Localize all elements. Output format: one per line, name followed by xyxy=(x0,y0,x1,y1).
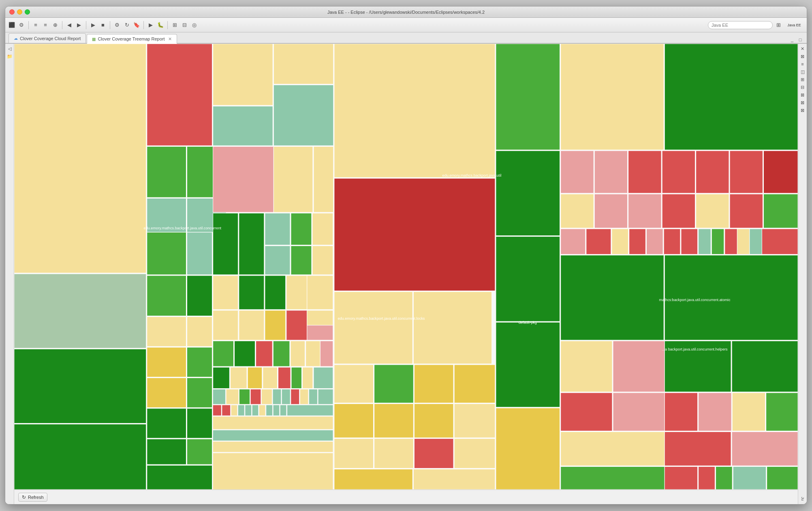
svg-rect-97 xyxy=(314,367,333,388)
svg-rect-163 xyxy=(767,466,798,490)
tab-cloud-report[interactable]: ☁ Clover Coverage Cloud Report xyxy=(9,33,86,43)
toolbar-icon-7[interactable]: ▶ xyxy=(75,21,83,29)
svg-rect-105 xyxy=(291,389,299,404)
svg-rect-110 xyxy=(222,405,230,416)
toolbar-view-toggle[interactable]: ⊞ xyxy=(774,21,782,29)
svg-rect-115 xyxy=(259,405,265,416)
svg-rect-52 xyxy=(291,213,312,245)
svg-rect-79 xyxy=(265,310,286,340)
svg-rect-100 xyxy=(239,389,250,404)
svg-rect-148 xyxy=(613,393,665,431)
toolbar-icon-connect[interactable]: ⊟ xyxy=(180,21,188,29)
svg-rect-48 xyxy=(213,213,238,275)
svg-rect-35 xyxy=(612,229,628,254)
refresh-button[interactable]: ↻ Refresh xyxy=(18,493,47,502)
svg-rect-21 xyxy=(628,151,661,193)
sidebar-icon-folder[interactable]: 📁 xyxy=(6,53,13,60)
svg-rect-71 xyxy=(147,465,212,490)
sidebar-icon-arrow[interactable]: ◁ xyxy=(6,45,13,52)
svg-rect-58 xyxy=(14,424,146,490)
svg-rect-0 xyxy=(14,44,146,273)
cloud-icon: ☁ xyxy=(14,36,18,41)
toolbar-icon-2[interactable]: ⚙ xyxy=(17,21,26,29)
tab-minimize-icon[interactable]: _ xyxy=(789,36,795,43)
toolbar-icon-4[interactable]: ≡ xyxy=(41,21,49,29)
treemap-container[interactable]: edu.emory.mathcs.backport.java.util.conc… xyxy=(14,44,798,490)
toolbar-java-ee[interactable]: Java EE xyxy=(784,21,804,29)
toolbar-icon-bug[interactable]: 🐛 xyxy=(156,21,165,29)
right-panel-icon-5[interactable]: ⊟ xyxy=(799,84,806,90)
svg-rect-46 xyxy=(147,232,186,275)
svg-rect-10 xyxy=(147,147,186,198)
svg-rect-29 xyxy=(662,194,695,228)
right-panel-icon-3[interactable]: ◫ xyxy=(799,68,806,75)
right-panel-close[interactable]: ✕ xyxy=(799,45,806,52)
toolbar-icon-6[interactable]: ◀ xyxy=(65,21,73,29)
toolbar-icon-1[interactable]: ⬛ xyxy=(8,21,16,29)
svg-rect-147 xyxy=(561,393,612,431)
svg-rect-131 xyxy=(414,365,453,403)
toolbar-separator-5 xyxy=(143,21,144,29)
svg-rect-132 xyxy=(454,365,495,403)
svg-rect-80 xyxy=(286,310,307,340)
svg-rect-25 xyxy=(764,151,798,193)
svg-rect-145 xyxy=(561,341,612,392)
maximize-button[interactable] xyxy=(25,9,30,15)
svg-rect-86 xyxy=(273,341,290,366)
tab-close-button[interactable]: ✕ xyxy=(168,36,172,42)
svg-rect-60 xyxy=(187,276,212,316)
right-panel-icon-7[interactable]: ⊠ xyxy=(799,99,806,106)
svg-rect-162 xyxy=(733,466,766,490)
tab-maximize-icon[interactable]: □ xyxy=(797,36,803,43)
right-panel-icon-2[interactable]: ≡ xyxy=(799,61,806,67)
svg-rect-51 xyxy=(265,246,290,275)
svg-rect-125 xyxy=(413,292,491,364)
svg-rect-26 xyxy=(561,194,594,228)
right-panel-icon-1[interactable]: ⊠ xyxy=(799,53,806,60)
svg-rect-31 xyxy=(730,194,763,228)
toolbar-icon-refresh[interactable]: ↻ xyxy=(123,21,131,29)
tree-icon: ▦ xyxy=(92,37,96,41)
right-panel-icon-6[interactable]: ⊠ xyxy=(799,92,806,98)
tab-treemap-report[interactable]: ▦ Clover Coverage Treemap Report ✕ xyxy=(87,34,177,44)
svg-rect-22 xyxy=(662,151,695,193)
svg-rect-15 xyxy=(274,147,313,212)
svg-rect-138 xyxy=(374,438,414,468)
svg-rect-64 xyxy=(187,347,212,377)
toolbar-icon-profile[interactable]: ◎ xyxy=(190,21,198,29)
toolbar-icon-run[interactable]: ▶ xyxy=(147,21,155,29)
svg-rect-33 xyxy=(561,229,585,254)
svg-rect-123 xyxy=(213,453,333,490)
svg-rect-119 xyxy=(287,405,333,416)
minimize-button[interactable] xyxy=(17,9,22,15)
close-button[interactable] xyxy=(9,9,15,15)
svg-rect-159 xyxy=(665,466,697,490)
svg-rect-3 xyxy=(274,44,333,84)
svg-rect-83 xyxy=(213,341,234,366)
toolbar-icon-bookmark[interactable]: 🔖 xyxy=(132,21,141,29)
svg-rect-9 xyxy=(665,44,798,150)
right-panel-icon-4[interactable]: ⊞ xyxy=(799,76,806,83)
svg-rect-140 xyxy=(454,438,495,468)
toolbar-icon-server[interactable]: ⊞ xyxy=(171,21,179,29)
svg-rect-2 xyxy=(213,44,273,105)
svg-rect-16 xyxy=(314,147,333,212)
toolbar-icon-5[interactable]: ⊕ xyxy=(51,21,59,29)
svg-rect-113 xyxy=(245,405,251,416)
svg-rect-96 xyxy=(303,367,313,388)
search-input[interactable] xyxy=(708,21,773,29)
main-window: Java EE - - Eclipse - /Users/glewandowsk… xyxy=(5,6,807,505)
toolbar-separator-4 xyxy=(110,21,110,29)
toolbar-icon-debug[interactable]: ▶ xyxy=(89,21,97,29)
toolbar-icon-3[interactable]: ≡ xyxy=(32,21,40,29)
toolbar-icon-gear[interactable]: ⚙ xyxy=(113,21,121,29)
main-area: ◁ 📁 xyxy=(5,44,807,504)
svg-rect-124 xyxy=(334,292,412,364)
svg-rect-112 xyxy=(238,405,244,416)
svg-rect-54 xyxy=(291,246,312,275)
toolbar-icon-stop[interactable]: ■ xyxy=(99,21,107,29)
svg-rect-62 xyxy=(187,317,212,346)
svg-rect-102 xyxy=(262,389,272,404)
right-panel-icon-8[interactable]: ⊠ xyxy=(799,107,806,113)
title-bar: Java EE - - Eclipse - /Users/glewandowsk… xyxy=(5,6,807,18)
